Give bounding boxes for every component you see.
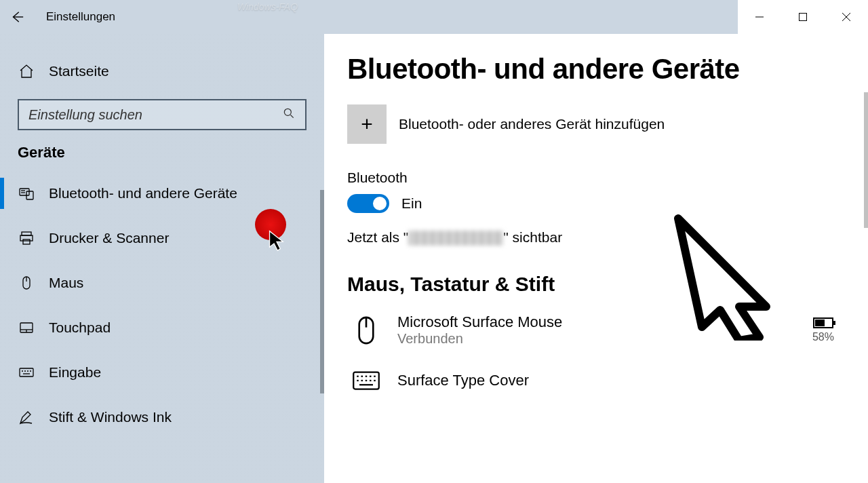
svg-point-4 (284, 109, 291, 115)
battery-indicator: 58% (812, 317, 834, 343)
maximize-button[interactable] (781, 0, 825, 34)
sidebar-item-bluetooth-devices[interactable]: Bluetooth- und andere Geräte (0, 171, 324, 216)
mouse-icon (18, 274, 35, 292)
window-controls (738, 0, 868, 34)
battery-percent: 58% (812, 331, 834, 343)
main-content: Bluetooth- und andere Geräte + Bluetooth… (324, 34, 868, 483)
sidebar-item-pen[interactable]: Stift & Windows Ink (0, 395, 324, 440)
watermark: Windows-FAQ (237, 1, 298, 12)
svg-rect-6 (20, 189, 29, 195)
sidebar-item-label: Maus (49, 275, 83, 291)
sidebar-item-label: Touchpad (49, 320, 111, 336)
search-icon (282, 107, 296, 123)
keyboard-icon (350, 364, 382, 397)
keyboard-icon (18, 364, 35, 381)
sidebar-item-label: Drucker & Scanner (49, 230, 169, 246)
home-icon (18, 62, 35, 80)
svg-rect-1 (800, 14, 807, 21)
device-name: Microsoft Surface Mouse (397, 313, 562, 331)
plus-icon: + (347, 104, 387, 144)
sidebar-item-typing[interactable]: Eingabe (0, 350, 324, 395)
sidebar-section-label: Geräte (0, 144, 324, 161)
device-status: Verbunden (397, 331, 562, 347)
sidebar-item-touchpad[interactable]: Touchpad (0, 305, 324, 350)
svg-rect-18 (20, 368, 33, 376)
device-row[interactable]: Surface Type Cover (347, 360, 845, 410)
printer-icon (18, 229, 35, 247)
add-device-label: Bluetooth- oder anderes Gerät hinzufügen (399, 116, 665, 132)
page-title: Bluetooth- und andere Geräte (347, 53, 845, 85)
device-name: Surface Type Cover (397, 372, 529, 389)
svg-rect-12 (23, 239, 30, 244)
back-button[interactable] (0, 0, 34, 34)
annotation-cursor-icon (267, 229, 286, 255)
svg-line-5 (291, 115, 294, 117)
main-scrollbar[interactable] (864, 92, 868, 228)
search-input[interactable] (28, 107, 282, 123)
sidebar-home[interactable]: Startseite (0, 47, 324, 95)
add-device-button[interactable]: + Bluetooth- oder anderes Gerät hinzufüg… (347, 104, 845, 144)
bluetooth-toggle-state: Ein (401, 195, 422, 212)
search-box[interactable] (18, 99, 307, 130)
sidebar-item-mouse[interactable]: Maus (0, 260, 324, 305)
device-name-blurred (408, 231, 503, 246)
svg-rect-10 (22, 232, 31, 235)
svg-rect-11 (20, 235, 33, 241)
close-button[interactable] (825, 0, 868, 34)
sidebar-item-label: Bluetooth- und andere Geräte (49, 185, 237, 201)
bluetooth-toggle[interactable] (347, 194, 389, 213)
sidebar-item-label: Eingabe (49, 364, 101, 381)
titlebar: Einstellungen Windows-FAQ (0, 0, 868, 34)
app-title: Einstellungen (46, 10, 115, 24)
sidebar-home-label: Startseite (49, 63, 109, 79)
sidebar: Startseite Geräte Bluetooth- und andere … (0, 34, 324, 483)
sidebar-item-label: Stift & Windows Ink (49, 409, 172, 425)
devices-icon (18, 185, 35, 202)
touchpad-icon (18, 319, 35, 336)
annotation-arrow-icon (665, 212, 773, 343)
mouse-icon (350, 314, 382, 347)
pen-icon (18, 408, 35, 426)
minimize-button[interactable] (738, 0, 781, 34)
bluetooth-label: Bluetooth (347, 170, 845, 186)
battery-icon (813, 317, 833, 328)
